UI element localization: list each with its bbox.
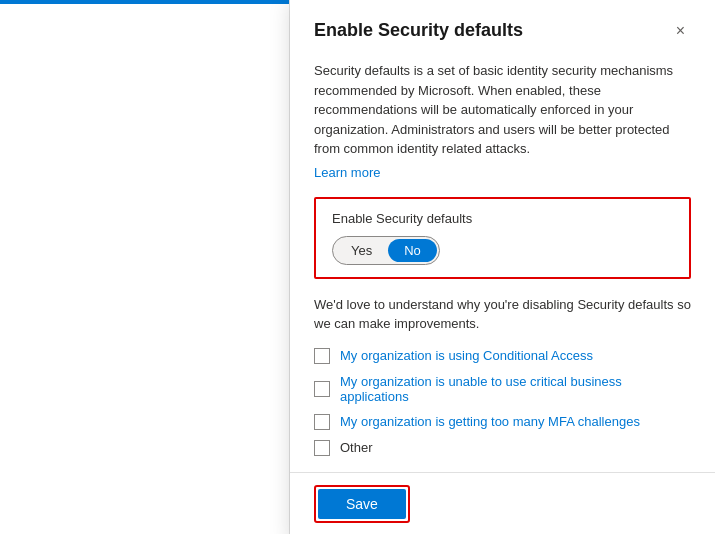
checkbox-input-3[interactable] (314, 414, 330, 430)
dialog: Enable Security defaults × Security defa… (290, 0, 715, 534)
checkbox-group: My organization is using Conditional Acc… (314, 348, 691, 456)
checkbox-input-2[interactable] (314, 381, 330, 397)
checkbox-item-2: My organization is unable to use critica… (314, 374, 691, 404)
dialog-title: Enable Security defaults (314, 20, 523, 41)
learn-more-link[interactable]: Learn more (314, 165, 380, 180)
enable-section-label: Enable Security defaults (332, 211, 673, 226)
checkbox-label-3[interactable]: My organization is getting too many MFA … (340, 414, 640, 429)
enable-security-section: Enable Security defaults Yes No (314, 197, 691, 279)
dialog-body: Security defaults is a set of basic iden… (290, 53, 715, 472)
checkbox-item-1: My organization is using Conditional Acc… (314, 348, 691, 364)
dialog-header: Enable Security defaults × (290, 0, 715, 53)
toggle-no-button[interactable]: No (388, 239, 437, 262)
checkbox-label-2[interactable]: My organization is unable to use critica… (340, 374, 691, 404)
dialog-overlay: Enable Security defaults × Security defa… (290, 0, 715, 534)
save-button-wrapper: Save (314, 485, 410, 523)
checkbox-label-1[interactable]: My organization is using Conditional Acc… (340, 348, 593, 363)
toggle-container: Yes No (332, 236, 440, 265)
save-button[interactable]: Save (318, 489, 406, 519)
top-blue-bar (0, 0, 289, 4)
checkbox-input-1[interactable] (314, 348, 330, 364)
close-button[interactable]: × (670, 21, 691, 41)
checkbox-label-4[interactable]: Other (340, 440, 373, 455)
feedback-text: We'd love to understand why you're disab… (314, 295, 691, 334)
description-text: Security defaults is a set of basic iden… (314, 61, 691, 159)
left-panel (0, 0, 290, 534)
checkbox-item-3: My organization is getting too many MFA … (314, 414, 691, 430)
checkbox-item-4: Other (314, 440, 691, 456)
checkbox-input-4[interactable] (314, 440, 330, 456)
toggle-yes-button[interactable]: Yes (335, 239, 388, 262)
dialog-footer: Save (290, 472, 715, 535)
